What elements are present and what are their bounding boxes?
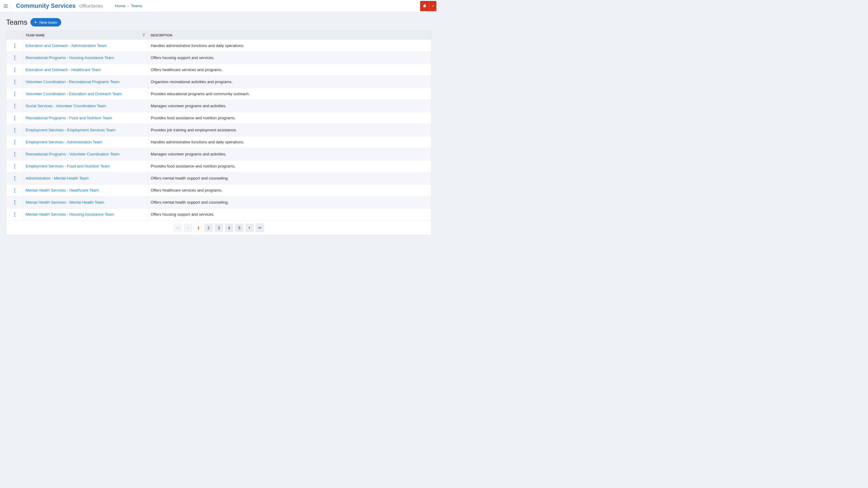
team-name-link[interactable]: Social Services - Volunteer Coordination… xyxy=(26,104,106,108)
svg-point-43 xyxy=(14,190,15,191)
user-menu-button[interactable] xyxy=(429,1,436,11)
svg-point-36 xyxy=(14,164,15,165)
team-description-cell: Handles administrative functions and dai… xyxy=(148,140,431,144)
table-row: Employment Services - Administration Tea… xyxy=(6,136,431,148)
breadcrumb-home-link[interactable]: Home xyxy=(115,4,126,8)
svg-point-45 xyxy=(14,200,15,201)
topbar: Community Services OfficeSeries Home » T… xyxy=(0,0,438,12)
team-name-cell: Mental Health Services - Housing Assista… xyxy=(23,208,148,220)
kebab-icon xyxy=(14,104,16,108)
team-description-cell: Offers housing support and services. xyxy=(148,56,431,60)
svg-point-27 xyxy=(14,128,15,129)
filter-icon xyxy=(142,33,146,37)
row-actions-button[interactable] xyxy=(6,184,23,196)
team-name-link[interactable]: Education and Outreach - Administration … xyxy=(26,43,107,48)
filter-name-button[interactable] xyxy=(142,33,146,37)
team-name-link[interactable]: Administration - Mental Health Team xyxy=(26,176,89,181)
svg-point-26 xyxy=(14,119,15,120)
table-body: Education and Outreach - Administration … xyxy=(6,39,431,220)
page-number-button[interactable]: 2 xyxy=(204,224,213,232)
svg-point-41 xyxy=(14,180,15,181)
row-actions-button[interactable] xyxy=(6,52,23,64)
team-name-link[interactable]: Employment Services - Administration Tea… xyxy=(26,140,102,144)
column-header-name[interactable]: TEAM NAME xyxy=(23,31,148,39)
team-name-link[interactable]: Recreational Programs - Housing Assistan… xyxy=(26,56,114,60)
kebab-icon xyxy=(14,200,16,205)
team-name-cell: Education and Outreach - Healthcare Team xyxy=(23,64,148,76)
svg-point-24 xyxy=(14,116,15,117)
table-header: TEAM NAME DESCRIPTION xyxy=(6,31,431,39)
column-header-name-label: TEAM NAME xyxy=(26,33,45,37)
team-name-cell: Recreational Programs - Housing Assistan… xyxy=(23,52,148,64)
page-number-button[interactable]: 4 xyxy=(225,224,233,232)
row-actions-button[interactable] xyxy=(6,40,23,52)
row-actions-button[interactable] xyxy=(6,196,23,208)
team-description-cell: Offers healthcare services and programs. xyxy=(148,188,431,193)
brand-title: Community Services xyxy=(11,2,76,9)
menu-toggle-button[interactable] xyxy=(0,0,11,12)
svg-point-47 xyxy=(14,204,15,204)
svg-point-33 xyxy=(14,152,15,153)
team-name-link[interactable]: Recreational Programs - Food and Nutriti… xyxy=(26,116,112,120)
team-description-cell: Manages volunteer programs and activitie… xyxy=(148,104,431,108)
team-name-link[interactable]: Employment Services - Employment Service… xyxy=(26,128,116,132)
svg-point-35 xyxy=(14,156,15,156)
kebab-icon xyxy=(14,176,16,181)
team-name-cell: Employment Services - Employment Service… xyxy=(23,124,148,136)
row-actions-button[interactable] xyxy=(6,160,23,172)
row-actions-button[interactable] xyxy=(6,76,23,88)
row-actions-button[interactable] xyxy=(6,172,23,184)
svg-point-49 xyxy=(14,214,15,215)
team-name-link[interactable]: Mental Health Services - Mental Health T… xyxy=(26,200,104,204)
svg-point-44 xyxy=(14,192,15,193)
team-name-link[interactable]: Volunteer Coordination - Education and O… xyxy=(26,92,122,96)
page-number-button[interactable]: 1 xyxy=(194,224,203,232)
column-header-description[interactable]: DESCRIPTION xyxy=(148,31,431,39)
notifications-button[interactable] xyxy=(420,1,429,11)
row-actions-button[interactable] xyxy=(6,208,23,220)
svg-point-37 xyxy=(14,166,15,167)
pagination: 12345 xyxy=(6,220,431,235)
row-actions-button[interactable] xyxy=(6,136,23,148)
svg-marker-5 xyxy=(143,34,145,36)
team-name-link[interactable]: Volunteer Coordination - Recreational Pr… xyxy=(26,79,120,84)
team-description-cell: Provides food assistance and nutrition p… xyxy=(148,116,431,120)
svg-point-31 xyxy=(14,141,15,142)
row-actions-button[interactable] xyxy=(6,124,23,136)
team-name-cell: Social Services - Volunteer Coordination… xyxy=(23,100,148,112)
kebab-icon xyxy=(14,67,16,72)
team-name-link[interactable]: Education and Outreach - Healthcare Team xyxy=(26,67,101,72)
table-row: Social Services - Volunteer Coordination… xyxy=(6,100,431,112)
team-name-cell: Mental Health Services - Mental Health T… xyxy=(23,196,148,208)
column-header-description-label: DESCRIPTION xyxy=(151,33,173,37)
page-number-button[interactable]: 3 xyxy=(215,224,223,232)
team-description-cell: Offers housing support and services. xyxy=(148,212,431,217)
row-actions-button[interactable] xyxy=(6,88,23,100)
svg-point-42 xyxy=(14,188,15,189)
new-team-button[interactable]: New team xyxy=(30,18,61,27)
table-row: Employment Services - Food and Nutrition… xyxy=(6,160,431,172)
row-actions-button[interactable] xyxy=(6,148,23,160)
page-last-button[interactable] xyxy=(255,224,264,232)
row-actions-button[interactable] xyxy=(6,100,23,112)
team-name-link[interactable]: Mental Health Services - Housing Assista… xyxy=(26,212,114,217)
table-row: Administration - Mental Health Team Offe… xyxy=(6,172,431,184)
page-header: Teams New team xyxy=(6,18,432,27)
row-actions-button[interactable] xyxy=(6,64,23,76)
chevron-right-icon xyxy=(247,226,252,230)
team-name-link[interactable]: Mental Health Services - Healthcare Team xyxy=(26,188,99,193)
table-row: Recreational Programs - Food and Nutriti… xyxy=(6,112,431,124)
page-next-button[interactable] xyxy=(245,224,254,232)
teams-table: TEAM NAME DESCRIPTION Education and Outr… xyxy=(6,31,432,235)
svg-point-32 xyxy=(14,143,15,144)
team-name-link[interactable]: Employment Services - Food and Nutrition… xyxy=(26,164,110,168)
team-name-link[interactable]: Recreational Programs - Volunteer Coordi… xyxy=(26,152,120,156)
svg-point-46 xyxy=(14,202,15,203)
team-name-cell: Recreational Programs - Food and Nutriti… xyxy=(23,112,148,124)
plus-icon xyxy=(33,20,38,24)
kebab-icon xyxy=(14,79,16,84)
kebab-icon xyxy=(14,164,16,169)
page-number-button[interactable]: 5 xyxy=(235,224,244,232)
row-actions-button[interactable] xyxy=(6,112,23,124)
team-name-cell: Volunteer Coordination - Education and O… xyxy=(23,88,148,100)
